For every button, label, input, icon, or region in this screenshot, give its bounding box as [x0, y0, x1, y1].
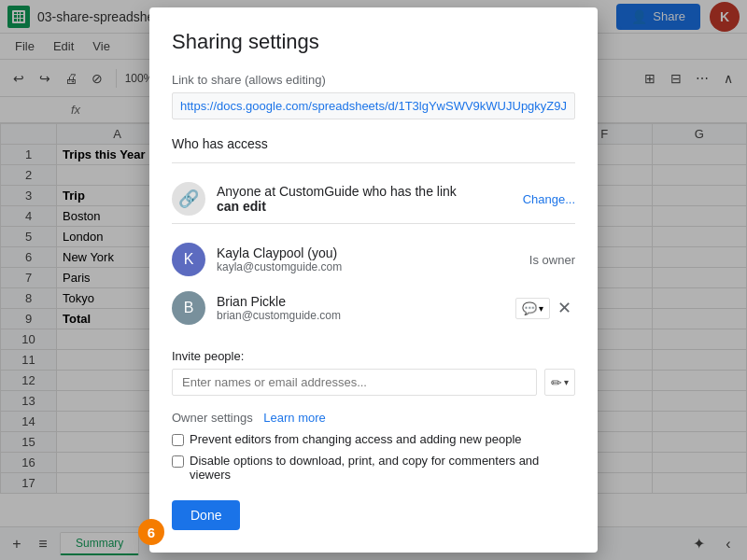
access-row-brian: B Brian Pickle brian@customguide.com 💬 ▾… [172, 284, 575, 332]
modal-overlay: 6 Sharing settings Link to share (allows… [0, 0, 747, 560]
link-input[interactable] [172, 92, 575, 119]
brian-avatar: B [172, 291, 205, 325]
brian-controls: 💬 ▾ ✕ [515, 296, 575, 320]
done-button[interactable]: Done [172, 500, 240, 530]
kayla-email: kayla@customguide.com [217, 260, 518, 273]
access-row-link: 🔗 Anyone at CustomGuide who has the link… [172, 175, 575, 223]
sharing-settings-dialog: Sharing settings Link to share (allows e… [149, 7, 598, 553]
caret-down-icon: ▾ [564, 377, 569, 387]
access-info-link: Anyone at CustomGuide who has the linkca… [217, 184, 512, 214]
dialog-actions: Done [172, 500, 575, 530]
access-info-brian: Brian Pickle brian@customguide.com [217, 294, 504, 322]
learn-more-link[interactable]: Learn more [263, 411, 325, 425]
disable-download-label: Disable options to download, print, and … [190, 454, 575, 482]
invite-permission-button[interactable]: ✏ ▾ [544, 369, 575, 396]
access-divider2 [172, 223, 575, 224]
kayla-role: Is owner [529, 253, 575, 267]
prevent-editors-checkbox[interactable] [172, 434, 184, 446]
access-name-link: Anyone at CustomGuide who has the linkca… [217, 184, 512, 214]
checkbox-row-disable: Disable options to download, print, and … [172, 454, 575, 482]
step-badge: 6 [138, 519, 164, 545]
kayla-avatar: K [172, 243, 205, 276]
checkbox-row-prevent: Prevent editors from changing access and… [172, 432, 575, 446]
prevent-editors-label: Prevent editors from changing access and… [190, 432, 522, 446]
change-access-button[interactable]: Change... [523, 192, 575, 206]
kayla-name: Kayla Claypool (you) [217, 245, 518, 260]
access-info-kayla: Kayla Claypool (you) kayla@customguide.c… [217, 245, 518, 273]
comment-icon: 💬 [522, 301, 537, 315]
link-section-label: Link to share (allows editing) [172, 73, 575, 87]
brian-remove-button[interactable]: ✕ [554, 296, 575, 320]
pencil-icon: ✏ [551, 375, 562, 390]
access-divider [172, 162, 575, 163]
brian-permission-button[interactable]: 💬 ▾ [515, 298, 550, 319]
link-avatar: 🔗 [172, 182, 205, 216]
invite-section: Invite people: ✏ ▾ [172, 349, 575, 396]
access-row-kayla: K Kayla Claypool (you) kayla@customguide… [172, 235, 575, 284]
brian-name: Brian Pickle [217, 294, 504, 309]
caret-icon: ▾ [539, 303, 543, 314]
who-has-access-label: Who has access [172, 136, 575, 151]
invite-input[interactable] [172, 369, 537, 396]
dialog-wrapper: 6 Sharing settings Link to share (allows… [149, 7, 598, 553]
invite-row: ✏ ▾ [172, 369, 575, 396]
owner-settings-label: Owner settings [172, 411, 253, 425]
brian-email: brian@customguide.com [217, 309, 504, 322]
disable-download-checkbox[interactable] [172, 455, 184, 468]
invite-label: Invite people: [172, 349, 575, 363]
dialog-title: Sharing settings [172, 30, 575, 54]
owner-settings: Owner settings Learn more Prevent editor… [172, 411, 575, 482]
